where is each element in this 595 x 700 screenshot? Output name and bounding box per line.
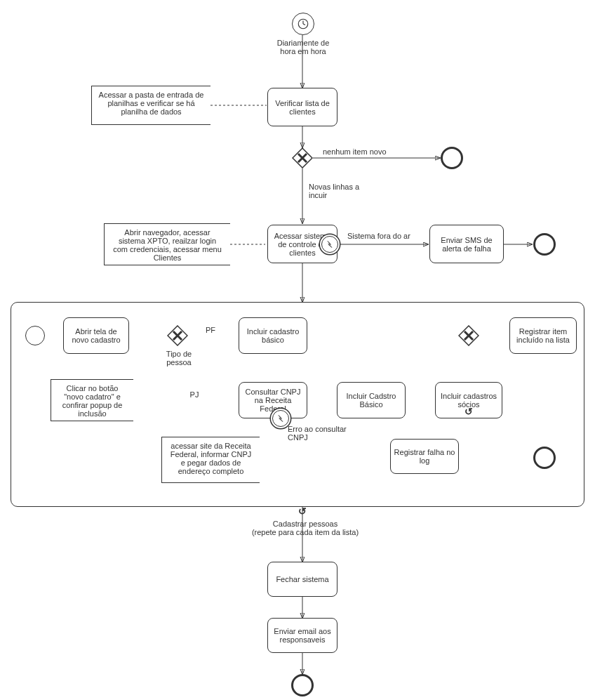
task-email: Enviar email aos responsaveis <box>267 618 337 653</box>
task-consultar: Consultar CNPJ na Receita Federal <box>239 382 307 418</box>
task-fechar: Fechar sistema <box>267 562 337 597</box>
label-nenhum-item: nenhum item novo <box>323 147 407 156</box>
sp-end-event <box>533 447 556 469</box>
boundary-event-sistema <box>321 236 338 253</box>
annotation-verificar: Acessar a pasta de entrada de planilhas … <box>91 86 210 125</box>
label-novas-linhas: Novas linhas a incuir <box>309 183 372 199</box>
task-abrir: Abrir tela de novo cadastro <box>63 317 129 354</box>
label-pf: PF <box>200 326 221 334</box>
end-event-2 <box>533 233 556 256</box>
label-pj: PJ <box>184 390 205 399</box>
gateway-1 <box>292 147 313 169</box>
subprocess-label-text: Cadastrar pessoas (repete para cada item… <box>252 520 359 536</box>
gateway-merge <box>458 325 479 346</box>
timer-start-event <box>292 13 314 35</box>
annotation-acessar: Abrir navegador, acessar sistema XPTO, r… <box>104 223 230 265</box>
end-event-final <box>291 674 314 696</box>
task-registrar: Registrar item incluído na lista <box>509 317 577 354</box>
task-incluir-pf: Incluir cadastro básico <box>239 317 307 354</box>
subprocess-label: Cadastrar pessoas (repete para cada item… <box>239 520 372 536</box>
boundary-event-cnpj <box>272 410 289 427</box>
bpmn-canvas: Diariamente de hora em hora Acessar a pa… <box>0 0 595 700</box>
label-erro-cnpj: Erro ao consultar CNPJ <box>288 425 358 442</box>
label-tipo-pessoa: Tipo de pessoa <box>158 350 200 366</box>
label-sistema-fora: Sistema fora do ar <box>347 232 410 240</box>
loop-icon: ↺ <box>464 406 473 417</box>
end-event-1 <box>441 147 463 169</box>
annotation-abrir: Clicar no botão "novo cadatro" e confira… <box>51 379 133 421</box>
task-incluir-pj: Incluir Cadstro Básico <box>337 382 406 418</box>
start-label: Diariamente de hora em hora <box>275 39 331 55</box>
task-verificar: Verificar lista de clientes <box>267 88 337 126</box>
subprocess-loop-icon: ↺ <box>298 506 307 517</box>
task-sms: Enviar SMS de alerta de falha <box>429 225 504 263</box>
gateway-tipo <box>167 325 188 346</box>
svg-line-24 <box>303 24 305 25</box>
sp-start-event <box>25 326 45 345</box>
annotation-consultar: acessar site da Receita Federal, informa… <box>161 437 260 483</box>
task-falha: Registrar falha no log <box>390 439 459 474</box>
